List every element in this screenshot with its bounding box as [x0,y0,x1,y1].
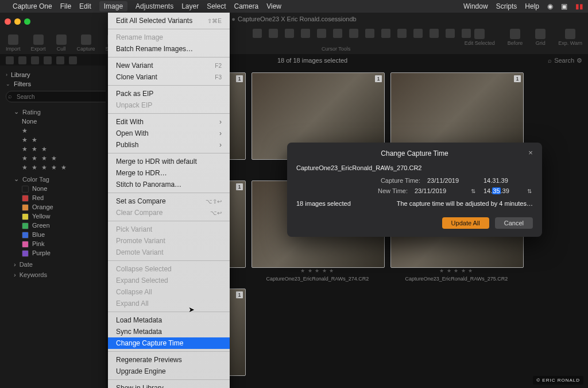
menubar-layer[interactable]: Layer [181,2,199,10]
rating-1[interactable]: ★ [22,126,111,135]
toolbar-cull[interactable]: Cull [56,34,67,52]
rating-5[interactable]: ★ ★ ★ ★ ★ [22,163,111,172]
view-icon-1[interactable] [6,56,14,64]
browser-search[interactable]: ⌕ Search ⚙ [548,57,582,64]
menubar-edit[interactable]: Edit [79,2,91,10]
menu-item[interactable]: Publish [108,139,230,151]
toolbar-edit-selected[interactable]: Edit Selected [465,29,495,46]
menu-item[interactable]: Show in Library [108,382,230,388]
menu-item[interactable]: Sync Metadata [108,326,230,337]
close-window-icon[interactable] [5,18,11,25]
keywords-section[interactable]: ›Keywords [14,271,111,278]
menu-item[interactable]: Merge to HDR… [108,167,230,179]
menu-item[interactable]: Clone VariantF3 [108,71,230,83]
document-title: CaptureOne23 X Eric Ronald.cosessiondb [238,16,357,22]
fullscreen-window-icon[interactable] [24,18,30,25]
color-tag-none[interactable]: None [22,184,111,193]
toolbar-export[interactable]: Export [31,34,46,52]
rating-2[interactable]: ★ ★ [22,135,111,144]
menu-item: Rename Image [108,32,230,43]
settings-icon[interactable]: ⚙ [577,57,582,64]
toolbar-capture[interactable]: Capture [77,34,95,52]
menu-item[interactable]: Pack as EIP [108,88,230,99]
sidebar: ›Library ⌄Filters ⌕ ⌄Rating None ★ ★ ★ ★… [0,66,117,388]
view-icon-6[interactable] [69,56,77,64]
view-icon-3[interactable] [31,56,39,64]
menu-item[interactable]: Set as Compare⌥⇧↩ [108,195,230,207]
cancel-button[interactable]: Cancel [495,217,533,229]
rating-4[interactable]: ★ ★ ★ ★ [22,153,111,163]
view-icon-4[interactable] [44,56,52,64]
menu-item[interactable]: Regenerate Previews [108,354,230,366]
menu-item[interactable]: Batch Rename Images… [108,43,230,55]
menu-item[interactable]: Edit With [108,116,230,128]
date-section[interactable]: ›Date [14,261,111,268]
menubar-adjustments[interactable]: Adjustments [136,2,173,10]
menubar-select[interactable]: Select [207,2,226,10]
menu-item[interactable]: Load Metadata [108,314,230,326]
menubar-scripts[interactable]: Scripts [496,2,517,10]
rating-section[interactable]: ⌄Rating [14,108,111,116]
rating-3[interactable]: ★ ★ ★ [22,144,111,153]
color-tag-orange[interactable]: Orange [22,202,111,212]
menubar-app[interactable]: Capture One [13,2,52,10]
radial-tool-icon[interactable] [430,29,439,38]
color-tag-red[interactable]: Red [22,193,111,202]
mask-tool-icon[interactable] [365,29,374,38]
erase-tool-icon[interactable] [397,29,407,38]
view-icon-5[interactable] [56,56,64,64]
sidebar-filters[interactable]: ⌄Filters [6,80,111,87]
keystone-tool-icon[interactable] [333,29,342,38]
update-all-button[interactable]: Update All [442,217,489,229]
loupe-tool-icon[interactable] [285,29,294,38]
dialog-filename: CaptureOne23_EricRonald_RAWs_270.CR2 [296,164,533,171]
toolbar-import[interactable]: Import [6,34,21,52]
color-tag-section[interactable]: ⌄Color Tag [14,175,111,183]
annotate-tool-icon[interactable] [446,29,455,38]
new-time-field[interactable]: 14.35.39 [483,187,520,194]
menu-item[interactable]: New VariantF2 [108,60,230,71]
toolbar-exp-warn[interactable]: Exp. Warn [558,29,582,46]
menu-item[interactable]: Open With [108,128,230,139]
toolbar-before[interactable]: Before [508,29,523,46]
close-icon[interactable]: × [526,148,535,157]
color-tag-blue[interactable]: Blue [22,230,111,239]
select-tool-icon[interactable] [253,29,262,38]
menu-item[interactable]: Merge to HDR with default [108,156,230,167]
hand-tool-icon[interactable] [269,29,278,38]
new-date-field[interactable]: 23/11/2019 [415,187,464,194]
menubar-file[interactable]: File [60,2,71,10]
rotate-tool-icon[interactable] [317,29,326,38]
menu-item[interactable]: Stitch to Panorama… [108,179,230,190]
flag-icon[interactable]: ▮▮ [575,2,583,10]
time-stepper[interactable]: ⇅ [527,188,533,194]
color-tag-green[interactable]: Green [22,221,111,230]
tablet-icon[interactable]: ▣ [561,2,567,10]
view-icon-2[interactable] [18,56,26,64]
rating-none[interactable]: None [22,117,111,126]
menu-item[interactable]: Edit All Selected Variants⇧⌘E [108,15,230,26]
thumbnail-caption: CaptureOne23_EricRonald_RAWs_275.CR2 [390,276,523,282]
gradient-tool-icon[interactable] [413,29,423,38]
menubar-help[interactable]: Help [525,2,539,10]
menubar-view[interactable]: View [266,2,281,10]
menubar: Capture One File Edit Image Adjustments … [0,0,588,13]
record-icon[interactable]: ◉ [547,2,553,10]
crop-tool-icon[interactable] [301,29,310,38]
color-tag-purple[interactable]: Purple [22,248,111,258]
menu-item[interactable]: Change Capture Time [108,337,230,349]
date-stepper[interactable]: ⇅ [471,188,477,194]
menubar-image[interactable]: Image [99,1,127,11]
menubar-camera[interactable]: Camera [234,2,259,10]
minimize-window-icon[interactable] [14,18,21,25]
sidebar-library[interactable]: ›Library [6,71,111,78]
toolbar-grid[interactable]: Grid [535,29,546,46]
brush-tool-icon[interactable] [381,29,390,38]
menubar-window[interactable]: Window [463,2,488,10]
color-tag-pink[interactable]: Pink [22,239,111,248]
menu-item[interactable]: Upgrade Engine [108,366,230,377]
chevron-down-icon: ⌄ [14,175,19,183]
color-tag-yellow[interactable]: Yellow [22,212,111,221]
spot-tool-icon[interactable] [349,29,358,38]
menu-item: Pick Variant [108,224,230,235]
